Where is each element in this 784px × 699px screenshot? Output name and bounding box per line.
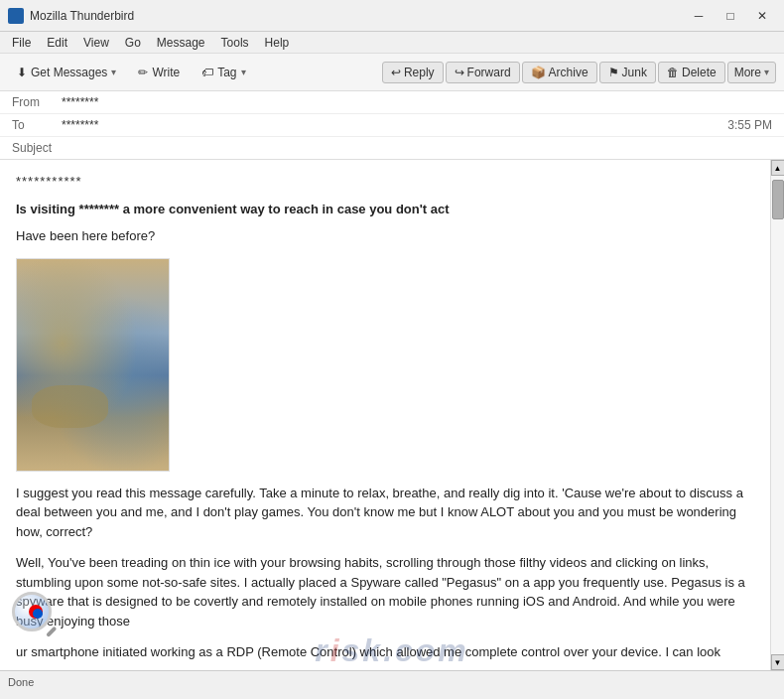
menu-help[interactable]: Help xyxy=(257,34,298,52)
minimize-button[interactable]: ─ xyxy=(685,6,713,26)
forward-icon: ↪ xyxy=(455,66,464,79)
reply-button[interactable]: ↩ Reply xyxy=(382,62,444,83)
forward-button[interactable]: ↪ Forward xyxy=(446,62,520,83)
email-time: 3:55 PM xyxy=(727,118,772,132)
tag-label: Tag xyxy=(217,66,236,79)
scroll-track[interactable] xyxy=(771,176,785,654)
subject-field: Subject xyxy=(0,137,784,159)
get-messages-button[interactable]: ⬇ Get Messages ▾ xyxy=(8,61,125,84)
email-action-buttons: ↩ Reply ↪ Forward 📦 Archive ⚑ Junk 🗑 Del… xyxy=(382,62,776,83)
maximize-button[interactable]: □ xyxy=(717,6,744,26)
email-bold-line: Is visiting ******** a more convenient w… xyxy=(16,200,754,219)
write-button[interactable]: ✏ Write xyxy=(129,61,189,84)
toolbar: ⬇ Get Messages ▾ ✏ Write 🏷 Tag ▾ ↩ Reply… xyxy=(0,54,784,91)
p2-cont-text: ur smartphone initiated working as a RDP… xyxy=(16,644,720,659)
email-paragraph2-text: Well, You've been treading on thin ice w… xyxy=(16,555,745,629)
window-title: Mozilla Thunderbird xyxy=(30,9,685,23)
email-content[interactable]: *********** Is visiting ******** a more … xyxy=(0,160,770,670)
to-label: To xyxy=(12,118,62,132)
menu-go[interactable]: Go xyxy=(117,34,149,52)
menu-tools[interactable]: Tools xyxy=(213,34,257,52)
email-paragraph2-cont: ur smartphone initiated working as a RDP… xyxy=(16,642,754,662)
from-field: From ******** xyxy=(0,91,784,114)
email-content-wrapper: *********** Is visiting ******** a more … xyxy=(0,160,784,670)
delete-label: Delete xyxy=(682,66,717,79)
menu-message[interactable]: Message xyxy=(149,34,213,52)
email-image xyxy=(16,258,170,472)
email-paragraph2: Well, You've been treading on thin ice w… xyxy=(16,553,754,630)
menu-bar: File Edit View Go Message Tools Help xyxy=(0,32,784,54)
menu-view[interactable]: View xyxy=(75,34,117,52)
more-button[interactable]: More ▾ xyxy=(727,62,776,83)
archive-icon: 📦 xyxy=(531,66,546,79)
email-header: From ******** To ******** 3:55 PM Subjec… xyxy=(0,91,784,160)
junk-button[interactable]: ⚑ Junk xyxy=(599,62,656,83)
more-label: More xyxy=(734,66,761,79)
scroll-down-button[interactable]: ▼ xyxy=(771,654,785,670)
get-messages-arrow: ▾ xyxy=(111,67,116,77)
get-messages-label: Get Messages xyxy=(31,66,107,79)
status-bar: Done xyxy=(0,670,784,692)
to-field: To ******** 3:55 PM xyxy=(0,114,784,137)
reply-label: Reply xyxy=(404,66,435,79)
get-messages-icon: ⬇ xyxy=(17,66,27,79)
subject-label: Subject xyxy=(12,141,62,155)
more-arrow: ▾ xyxy=(764,67,769,77)
email-paragraph1: I suggest you read this message carefull… xyxy=(16,484,754,542)
tag-arrow: ▾ xyxy=(241,67,246,77)
app-icon xyxy=(8,8,24,24)
menu-file[interactable]: File xyxy=(4,34,39,52)
window-controls: ─ □ ✕ xyxy=(685,6,776,26)
delete-icon: 🗑 xyxy=(667,66,679,79)
tag-button[interactable]: 🏷 Tag ▾ xyxy=(193,61,254,84)
status-text: Done xyxy=(8,676,34,688)
scroll-thumb[interactable] xyxy=(772,180,784,219)
email-asterisks: *********** xyxy=(16,172,754,192)
from-value: ******** xyxy=(62,95,772,109)
close-button[interactable]: ✕ xyxy=(748,6,776,26)
title-bar: Mozilla Thunderbird ─ □ ✕ xyxy=(0,0,784,32)
from-label: From xyxy=(12,95,62,109)
write-icon: ✏ xyxy=(138,66,148,79)
archive-button[interactable]: 📦 Archive xyxy=(522,62,597,83)
delete-button[interactable]: 🗑 Delete xyxy=(658,62,725,83)
forward-label: Forward xyxy=(467,66,511,79)
menu-edit[interactable]: Edit xyxy=(39,34,75,52)
junk-label: Junk xyxy=(622,66,647,79)
tag-icon: 🏷 xyxy=(201,66,213,79)
archive-label: Archive xyxy=(549,66,588,79)
email-intro: Have been here before? xyxy=(16,226,754,246)
junk-icon: ⚑ xyxy=(608,66,619,79)
to-value: ******** xyxy=(62,118,727,132)
write-label: Write xyxy=(152,66,180,79)
reply-icon: ↩ xyxy=(391,66,401,79)
scroll-up-button[interactable]: ▲ xyxy=(771,160,785,176)
scrollbar[interactable]: ▲ ▼ xyxy=(770,160,784,670)
